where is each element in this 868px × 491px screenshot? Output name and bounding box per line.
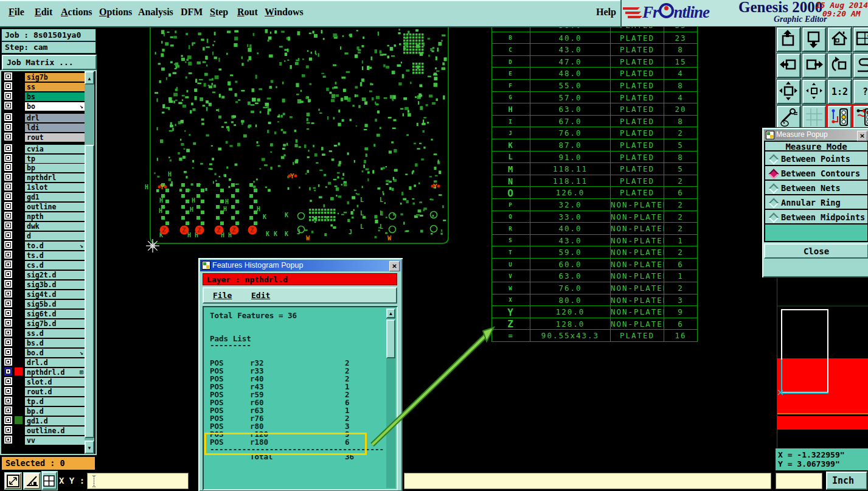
layer-button-d[interactable]: d <box>24 231 85 241</box>
layer-button-sig3b.d[interactable]: sig3b.d <box>24 280 85 290</box>
layer-button-ss[interactable]: ss <box>24 82 85 92</box>
layer-visibility-checkbox[interactable] <box>4 299 12 307</box>
layer-color-swatch[interactable] <box>15 416 23 424</box>
layer-list-scrollbar[interactable]: ▲ ▼ <box>85 71 94 454</box>
layer-visibility-checkbox[interactable] <box>4 436 12 444</box>
menu-dfm[interactable]: DFM <box>181 7 203 18</box>
layer-button-bs[interactable]: bs <box>24 92 85 102</box>
layer-visibility-checkbox[interactable] <box>4 338 12 346</box>
layer-button-bp.d[interactable]: bp.d <box>24 406 85 416</box>
radio-diamond-icon[interactable] <box>769 169 779 179</box>
popup-title-bar[interactable]: Measure Popup ✕ <box>764 130 868 140</box>
aux-field[interactable] <box>776 473 822 489</box>
layer-button-rout[interactable]: rout <box>24 133 85 142</box>
layer-visibility-checkbox[interactable] <box>4 270 12 278</box>
layer-button-sig2t.d[interactable]: sig2t.d <box>24 270 85 280</box>
board-overview-panel[interactable] <box>777 277 868 448</box>
popup-scrollbar[interactable]: ▲ <box>386 308 395 488</box>
command-field[interactable] <box>404 473 771 489</box>
layer-button-npthdrl[interactable]: npthdrl <box>24 173 85 183</box>
layer-visibility-checkbox[interactable] <box>4 192 12 200</box>
layer-visibility-checkbox[interactable] <box>4 367 12 375</box>
layer-visibility-checkbox[interactable] <box>4 212 12 220</box>
scrollbar-thumb[interactable] <box>386 319 395 358</box>
layer-button-sig4t.d[interactable]: sig4t.d <box>24 290 85 299</box>
route-path-button[interactable] <box>853 54 868 78</box>
layer-visibility-checkbox[interactable] <box>4 72 12 80</box>
measure-option-between-contours[interactable]: Between Contours <box>764 165 868 181</box>
close-icon[interactable]: ✕ <box>389 261 400 271</box>
menu-edit[interactable]: Edit <box>35 7 52 18</box>
layer-button-tp.d[interactable]: tp.d <box>24 397 85 406</box>
measure-distance-button[interactable] <box>5 473 21 489</box>
xy-input[interactable] <box>87 473 189 489</box>
zoom-window-up-button[interactable] <box>777 27 800 52</box>
scroll-down-icon[interactable]: ▼ <box>85 441 94 454</box>
layer-button-cs.d[interactable]: cs.d <box>24 260 85 270</box>
layer-button-drl[interactable]: drl <box>24 113 85 123</box>
layer-button-npthdrl.d[interactable]: npthdrl.d⊞ <box>24 367 85 377</box>
measure-angle-button[interactable] <box>24 473 40 489</box>
layer-button-gd1.d[interactable]: gd1.d <box>24 416 85 426</box>
layer-button-sig5b.d[interactable]: sig5b.d <box>24 299 85 309</box>
menu-step[interactable]: Step <box>210 7 228 18</box>
popup-title-bar[interactable]: Features Histogram Popup ✕ <box>200 260 401 271</box>
layer-button-drl.d[interactable]: drl.d <box>24 358 85 367</box>
layer-visibility-checkbox[interactable] <box>4 260 12 268</box>
menu-analysis[interactable]: Analysis <box>138 7 173 18</box>
layer-visibility-checkbox[interactable] <box>4 406 12 414</box>
layer-visibility-checkbox[interactable] <box>4 92 12 100</box>
scroll-up-icon[interactable]: ▲ <box>85 71 94 85</box>
pan-right-button[interactable] <box>802 54 826 78</box>
menu-rout[interactable]: Rout <box>237 7 258 18</box>
net-highlight-a-button[interactable] <box>828 106 852 130</box>
layer-button-sig6t.d[interactable]: sig6t.d <box>24 309 85 319</box>
zoom-extents-button[interactable] <box>777 80 800 104</box>
layer-visibility-checkbox[interactable] <box>4 309 12 317</box>
measure-option-between-nets[interactable]: Between Nets <box>764 179 868 195</box>
layer-visibility-checkbox[interactable] <box>4 82 12 90</box>
layer-visibility-checkbox[interactable] <box>4 231 12 239</box>
grid-snap-button[interactable] <box>42 472 57 490</box>
radio-diamond-icon[interactable] <box>769 198 779 209</box>
layer-button-1slot[interactable]: 1slot <box>24 183 85 192</box>
layer-visibility-checkbox[interactable] <box>4 123 12 131</box>
layer-visibility-checkbox[interactable] <box>4 358 12 366</box>
measure-option-between-midpoints[interactable]: Between Midpoints <box>764 209 868 225</box>
close-button[interactable]: Close <box>764 243 868 259</box>
layer-visibility-checkbox[interactable] <box>4 397 12 405</box>
layer-visibility-checkbox[interactable] <box>4 280 12 288</box>
units-dropdown[interactable]: Inch <box>826 472 867 490</box>
layer-visibility-checkbox[interactable] <box>4 319 12 327</box>
popup-menu-edit[interactable]: Edit <box>251 291 270 300</box>
layer-visibility-checkbox[interactable] <box>4 251 12 259</box>
tools-settings-button[interactable] <box>777 106 800 130</box>
radio-diamond-icon[interactable] <box>769 213 779 223</box>
layer-visibility-checkbox[interactable] <box>4 416 12 424</box>
measure-option-annular-ring[interactable]: Annular Ring <box>764 194 868 210</box>
help-button[interactable]: ? <box>853 80 868 104</box>
pan-left-button[interactable] <box>777 54 800 78</box>
layer-button-ss.d[interactable]: ss.d <box>24 329 85 338</box>
layer-visibility-checkbox[interactable] <box>4 387 12 395</box>
close-icon[interactable]: ✕ <box>857 131 867 141</box>
layer-visibility-checkbox[interactable] <box>4 113 12 121</box>
grid-button[interactable] <box>802 106 826 130</box>
layer-visibility-checkbox[interactable] <box>4 173 12 181</box>
layer-button-to.d[interactable]: to.d↘ <box>24 241 85 251</box>
layer-visibility-checkbox[interactable] <box>4 144 12 152</box>
layer-button-rout.d[interactable]: rout.d <box>24 387 85 397</box>
layer-button-outline[interactable]: outline <box>24 202 85 212</box>
layer-button-bo.d[interactable]: bo.d↘ <box>24 348 85 358</box>
layer-button-gd1[interactable]: gd1 <box>24 192 85 202</box>
layer-visibility-checkbox[interactable] <box>4 154 12 162</box>
home-view-button[interactable] <box>828 27 852 52</box>
layer-button-bs.d[interactable]: bs.d <box>24 338 85 348</box>
menu-actions[interactable]: Actions <box>61 7 92 18</box>
layer-button-tp[interactable]: tp <box>24 154 85 164</box>
layer-visibility-checkbox[interactable] <box>4 183 12 190</box>
window-xy-button[interactable]: XY <box>853 27 868 52</box>
layer-color-swatch[interactable] <box>15 367 23 375</box>
layer-visibility-checkbox[interactable] <box>4 329 12 336</box>
menu-windows[interactable]: Windows <box>265 7 304 18</box>
